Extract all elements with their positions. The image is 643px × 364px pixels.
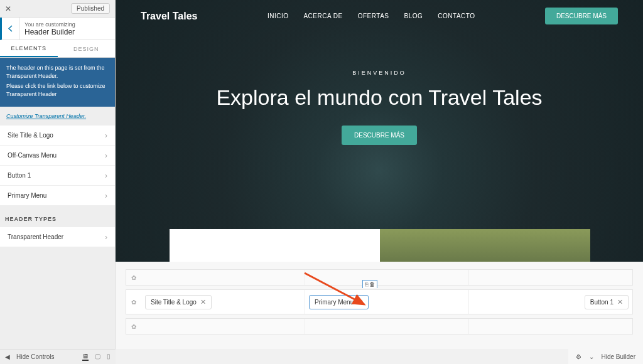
chevron-right-icon: › <box>105 151 107 160</box>
chip-primary-menu[interactable]: Primary Menu✕ <box>309 295 369 309</box>
back-button[interactable] <box>2 18 19 40</box>
builder-row-bottom[interactable]: ✿ <box>126 318 633 335</box>
builder-row-top[interactable]: ✿ <box>126 269 633 286</box>
tab-elements[interactable]: ELEMENTS <box>0 40 58 57</box>
chip-label: Site Title & Logo <box>151 299 197 306</box>
nav-contacto[interactable]: CONTACTO <box>438 13 475 19</box>
sidebar-item-label: Primary Menu <box>8 192 46 199</box>
chevron-right-icon: › <box>105 171 107 180</box>
row-settings-icon[interactable]: ✿ <box>126 274 141 281</box>
customize-transparent-link[interactable]: Customize Transparent Header. <box>0 107 115 126</box>
collapse-icon[interactable]: ◀ <box>5 353 10 360</box>
sidebar-item-transparent-header[interactable]: Transparent Header› <box>0 227 115 247</box>
device-desktop-icon[interactable]: 🖥 <box>82 353 89 361</box>
row-settings-icon[interactable]: ✿ <box>126 323 141 330</box>
strip-left <box>170 229 380 262</box>
hero-eyebrow: BIENVENIDO <box>116 70 643 76</box>
notice-line1: The header on this page is set from the … <box>6 64 109 80</box>
close-icon[interactable]: ✕ <box>5 4 11 13</box>
hero-headline: Explora el mundo con Travel Tales <box>116 85 643 110</box>
content-strip <box>170 229 590 262</box>
builder-footer: ⚙ ⌄ Hide Builder <box>568 349 643 364</box>
nav-blog[interactable]: BLOG <box>404 13 423 19</box>
customizer-title-block: You are customizing Header Builder <box>19 21 75 36</box>
sidebar-item-site-title[interactable]: Site Title & Logo› <box>0 126 115 146</box>
builder-row-main[interactable]: ✿ Site Title & Logo✕ ⎘ 🗑 Primary Menu✕ B… <box>126 289 633 314</box>
row-settings-icon[interactable]: ✿ <box>126 299 141 306</box>
chip-remove-icon[interactable]: ✕ <box>617 298 623 306</box>
builder-collapse-icon[interactable]: ⌄ <box>589 353 594 360</box>
chip-delete-icon[interactable]: 🗑 <box>369 281 375 287</box>
chip-label: Button 1 <box>590 299 613 306</box>
chevron-right-icon: › <box>105 191 107 200</box>
primary-menu: INICIO ACERCA DE OFERTAS BLOG CONTACTO <box>267 13 475 19</box>
hide-builder-button[interactable]: Hide Builder <box>602 353 635 360</box>
sidebar-item-offcanvas[interactable]: Off-Canvas Menu› <box>0 146 115 166</box>
device-mobile-icon[interactable]: ▯ <box>107 353 111 361</box>
nav-inicio[interactable]: INICIO <box>267 13 289 19</box>
customizing-label: You are customizing <box>24 21 75 28</box>
section-title: Header Builder <box>24 28 75 36</box>
nav-acerca[interactable]: ACERCA DE <box>303 13 342 19</box>
header-types-label: HEADER TYPES <box>0 206 115 227</box>
chip-remove-icon[interactable]: ✕ <box>357 298 363 306</box>
header-cta-button[interactable]: DESCUBRE MÁS <box>545 8 618 24</box>
chip-toolbar: ⎘ 🗑 <box>362 280 377 288</box>
header-builder-grid: ✿ ✿ Site Title & Logo✕ ⎘ 🗑 Primary Menu✕… <box>116 262 643 349</box>
sidebar-item-label: Transparent Header <box>8 233 63 240</box>
sidebar-item-label: Site Title & Logo <box>8 132 53 139</box>
chevron-right-icon: › <box>105 233 107 242</box>
customizer-footer: ◀ Hide Controls 🖥 ▢ ▯ <box>0 349 116 364</box>
tab-design[interactable]: DESIGN <box>58 40 116 57</box>
chip-button1[interactable]: Button 1✕ <box>585 295 629 309</box>
sidebar-item-label: Off-Canvas Menu <box>8 152 57 159</box>
builder-settings-icon[interactable]: ⚙ <box>576 353 581 360</box>
device-tablet-icon[interactable]: ▢ <box>95 353 100 361</box>
site-preview: Travel Tales INICIO ACERCA DE OFERTAS BL… <box>116 0 643 262</box>
hide-controls-button[interactable]: Hide Controls <box>16 353 55 360</box>
chip-site-title[interactable]: Site Title & Logo✕ <box>145 295 212 309</box>
notice-line2: Please click the link below to customize… <box>6 82 109 98</box>
nav-ofertas[interactable]: OFERTAS <box>358 13 389 19</box>
hero-cta-button[interactable]: DESCUBRE MÁS <box>342 126 417 145</box>
notice-panel: The header on this page is set from the … <box>0 58 115 107</box>
chip-duplicate-icon[interactable]: ⎘ <box>365 281 368 287</box>
chevron-right-icon: › <box>105 131 107 140</box>
strip-right <box>380 229 590 262</box>
sidebar-item-primary-menu[interactable]: Primary Menu› <box>0 186 115 206</box>
publish-button[interactable]: Published <box>71 3 110 14</box>
chip-remove-icon[interactable]: ✕ <box>200 298 206 306</box>
chip-label: Primary Menu <box>315 299 354 306</box>
sidebar-item-button1[interactable]: Button 1› <box>0 166 115 186</box>
site-brand[interactable]: Travel Tales <box>141 11 197 22</box>
chevron-left-icon <box>8 25 13 32</box>
sidebar-item-label: Button 1 <box>8 172 31 179</box>
